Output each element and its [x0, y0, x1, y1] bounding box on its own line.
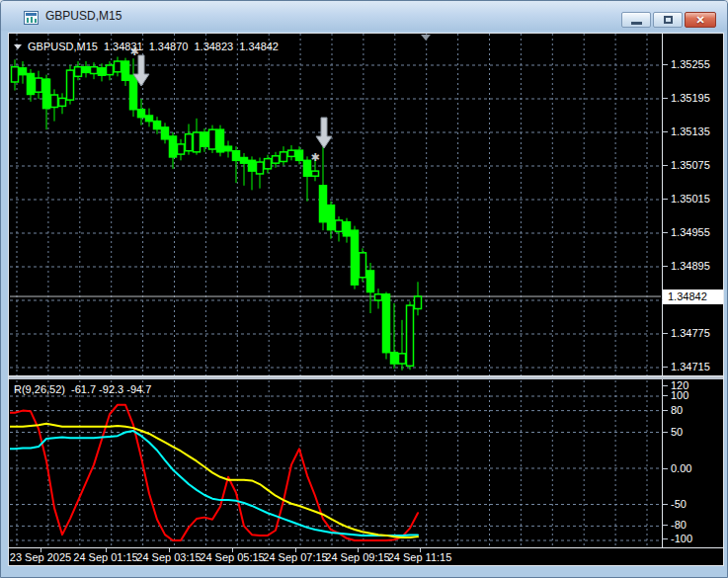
candle-body: [225, 146, 232, 151]
candle-body: [36, 78, 42, 92]
candle-body: [320, 186, 327, 222]
header-symbol: GBPUSD,M15: [28, 41, 98, 52]
candle-body: [91, 67, 98, 74]
candle-body: [407, 305, 414, 366]
frame-line-right: [723, 33, 724, 566]
candle-body: [12, 67, 19, 82]
header-low: 1.34823: [194, 41, 233, 52]
window-title: GBPUSD,M15: [45, 9, 121, 23]
candle-body: [154, 122, 161, 129]
indicator-line-yellow: [10, 424, 418, 537]
candle-body: [178, 144, 185, 154]
candle-body: [43, 79, 50, 108]
indicator-name: R(9,26,52): [14, 383, 65, 395]
icon-bar: [35, 19, 37, 23]
indicator-header: R(9,26,52) -61.7 -92.3 -94.7: [14, 383, 151, 395]
time-axis[interactable]: [9, 548, 723, 565]
main-chart-canvas[interactable]: ✱✱: [10, 34, 661, 375]
chart-window-icon[interactable]: [24, 11, 39, 25]
candle-body: [233, 151, 240, 161]
candle-body: [186, 134, 193, 151]
close-button[interactable]: ✕: [685, 12, 716, 28]
candle-body: [162, 127, 169, 139]
chart-window: GBPUSD,M15 ✕ ✱✱ GBPUSD,M15 1.34831 1.348…: [0, 0, 728, 578]
last-bar-marker-icon: [421, 35, 431, 41]
candle-body: [138, 110, 145, 118]
candle-body: [241, 158, 248, 164]
frame-line-left: [8, 33, 9, 566]
candle-body: [383, 294, 390, 353]
titlebar[interactable]: GBPUSD,M15 ✕: [1, 1, 728, 31]
candle-body: [367, 271, 374, 292]
candle-body: [265, 159, 272, 169]
indicator-line-cyan: [10, 431, 418, 536]
header-close: 1.34842: [239, 41, 279, 52]
icon-bar: [26, 13, 37, 16]
candle-body: [273, 156, 280, 163]
candle-body: [83, 67, 90, 73]
candle-body: [209, 129, 216, 149]
candle-body: [59, 98, 66, 106]
candle-body: [194, 132, 201, 152]
ohlc-header: GBPUSD,M15 1.34831 1.34870 1.34823 1.348…: [14, 41, 279, 52]
candle-body: [51, 95, 58, 107]
header-high: 1.34870: [149, 41, 189, 52]
candle-body: [352, 230, 359, 285]
current-price-badge: 1.34842: [663, 289, 723, 304]
candle-body: [122, 61, 129, 80]
candle-body: [344, 222, 351, 236]
candle-body: [288, 150, 295, 156]
candle-body: [281, 152, 287, 162]
candle-body: [107, 65, 114, 75]
candle-body: [20, 68, 27, 75]
restore-icon: [664, 16, 673, 24]
pane-resize-separator[interactable]: [9, 375, 723, 379]
candle-body: [170, 136, 177, 157]
candle-body: [99, 68, 106, 75]
candle-body: [328, 206, 335, 230]
candle-body: [67, 70, 74, 100]
candle-body: [257, 162, 264, 174]
close-icon: ✕: [686, 13, 715, 27]
candle-body: [360, 253, 366, 278]
candle-body: [202, 132, 208, 146]
frame-line-bottom: [8, 565, 724, 566]
chevron-down-icon[interactable]: [14, 44, 22, 49]
candle-body: [130, 75, 137, 110]
candle-body: [28, 74, 35, 95]
candle-body: [217, 129, 224, 152]
trade-star-icon: ✱: [310, 151, 319, 163]
minimize-icon: [631, 22, 642, 25]
icon-bar: [31, 17, 33, 23]
header-open: 1.34831: [104, 41, 143, 52]
candle-body: [115, 61, 121, 72]
minimize-button[interactable]: [621, 12, 651, 28]
candle-body: [336, 220, 343, 231]
candle-body: [296, 150, 303, 160]
candle-body: [249, 160, 256, 171]
candle-body: [415, 296, 422, 308]
restore-button[interactable]: [653, 12, 683, 28]
candle-body: [312, 171, 319, 176]
candle-body: [391, 353, 398, 364]
candle-body: [146, 116, 153, 122]
icon-bar: [27, 18, 29, 23]
candle-body: [375, 294, 382, 300]
indicator-canvas[interactable]: [10, 380, 661, 547]
candle-body: [75, 67, 82, 77]
candle-body: [399, 354, 406, 364]
indicator-values: -61.7 -92.3 -94.7: [71, 383, 151, 395]
